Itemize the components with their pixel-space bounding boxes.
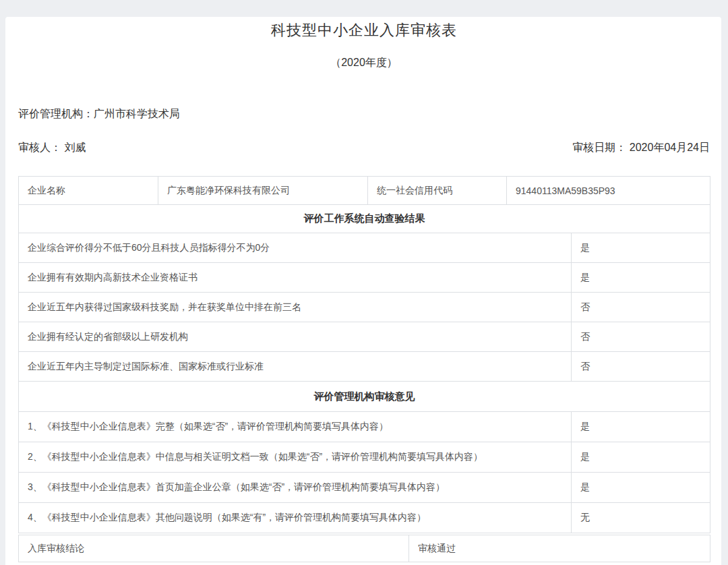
question-cell: 2、《科技型中小企业信息表》中信息与相关证明文档一致（如果选“否”，请评价管理机…: [19, 442, 572, 473]
auto-check-section-title: 评价工作系统自动查验结果: [19, 205, 710, 233]
review-date-line: 审核日期： 2020年04月24日: [572, 142, 710, 153]
page-subtitle: （2020年度）: [18, 57, 710, 68]
answer-cell: 是: [572, 412, 710, 442]
question-cell: 企业拥有经认定的省部级以上研发机构: [19, 322, 572, 352]
credit-code-value: 91440113MA59B35P93: [507, 177, 710, 205]
table-row: 企业近五年内获得过国家级科技奖励，并在获奖单位中排在前三名 否: [19, 293, 710, 322]
conclusion-value: 审核通过: [409, 535, 710, 562]
question-cell: 4、《科技型中小企业信息表》其他问题说明（如果选“有”，请评价管理机构简要填写具…: [19, 503, 572, 533]
table-row: 企业名称 广东粤能净环保科技有限公司 统一社会信用代码 91440113MA59…: [19, 177, 710, 205]
answer-cell: 是: [572, 263, 710, 293]
table-row: 4、《科技型中小企业信息表》其他问题说明（如果选“有”，请评价管理机构简要填写具…: [19, 503, 710, 533]
answer-cell: 是: [572, 442, 710, 473]
section-header-row: 评价管理机构审核意见: [19, 382, 710, 412]
conclusion-table: 入库审核结论 审核通过: [18, 535, 710, 562]
table-row: 入库审核结论 审核通过: [19, 535, 710, 562]
review-table: 企业名称 广东粤能净环保科技有限公司 统一社会信用代码 91440113MA59…: [18, 176, 710, 533]
table-row: 企业近五年内主导制定过国际标准、国家标准或行业标准 否: [19, 352, 710, 382]
page-title: 科技型中小企业入库审核表: [18, 22, 710, 38]
question-cell: 企业近五年内获得过国家级科技奖励，并在获奖单位中排在前三名: [19, 293, 572, 322]
meta-row: 审核人： 刘威 审核日期： 2020年04月24日: [18, 142, 710, 153]
review-opinion-section-title: 评价管理机构审核意见: [19, 382, 710, 412]
question-cell: 1、《科技型中小企业信息表》完整（如果选“否”，请评价管理机构简要填写具体内容）: [19, 412, 572, 442]
table-row: 1、《科技型中小企业信息表》完整（如果选“否”，请评价管理机构简要填写具体内容）…: [19, 412, 710, 442]
reviewer-line: 审核人： 刘威: [18, 142, 86, 153]
question-cell: 3、《科技型中小企业信息表》首页加盖企业公章（如果选“否”，请评价管理机构简要填…: [19, 473, 572, 503]
question-cell: 企业拥有有效期内高新技术企业资格证书: [19, 263, 572, 293]
answer-cell: 否: [572, 293, 710, 322]
credit-code-label: 统一社会信用代码: [368, 177, 507, 205]
company-name-value: 广东粤能净环保科技有限公司: [158, 177, 368, 205]
conclusion-label: 入库审核结论: [19, 535, 409, 562]
question-cell: 企业综合评价得分不低于60分且科技人员指标得分不为0分: [19, 233, 572, 263]
table-row: 企业拥有经认定的省部级以上研发机构 否: [19, 322, 710, 352]
evaluation-org-line: 评价管理机构：广州市科学技术局: [18, 108, 710, 119]
question-cell: 企业近五年内主导制定过国际标准、国家标准或行业标准: [19, 352, 572, 382]
answer-cell: 无: [572, 503, 710, 533]
answer-cell: 否: [572, 352, 710, 382]
answer-cell: 是: [572, 473, 710, 503]
table-row: 3、《科技型中小企业信息表》首页加盖企业公章（如果选“否”，请评价管理机构简要填…: [19, 473, 710, 503]
answer-cell: 否: [572, 322, 710, 352]
section-header-row: 评价工作系统自动查验结果: [19, 205, 710, 233]
answer-cell: 是: [572, 233, 710, 263]
table-row: 2、《科技型中小企业信息表》中信息与相关证明文档一致（如果选“否”，请评价管理机…: [19, 442, 710, 473]
company-name-label: 企业名称: [19, 177, 158, 205]
table-row: 企业拥有有效期内高新技术企业资格证书 是: [19, 263, 710, 293]
table-row: 企业综合评价得分不低于60分且科技人员指标得分不为0分 是: [19, 233, 710, 263]
form-card: 科技型中小企业入库审核表 （2020年度） 评价管理机构：广州市科学技术局 审核…: [5, 17, 721, 565]
